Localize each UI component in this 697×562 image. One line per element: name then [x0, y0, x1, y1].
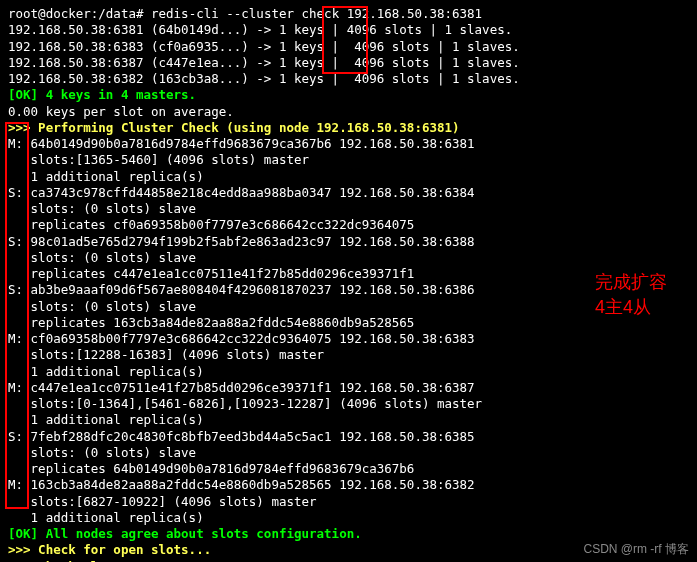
node-id-line: S: 7febf288dfc20c4830fc8bfb7eed3bd44a5c5…: [8, 429, 689, 445]
node-id-line: S: ab3be9aaaf09d6f567ae808404f4296081870…: [8, 282, 689, 298]
node-replica-line: 1 additional replica(s): [8, 412, 689, 428]
ok-keys: [OK] 4 keys in 4 masters.: [8, 87, 689, 103]
node-replica-line: replicates c447e1ea1cc07511e41f27b85dd02…: [8, 266, 689, 282]
node-replica-line: 1 additional replica(s): [8, 364, 689, 380]
node-id-line: M: 163cb3a84de82aa88a2fddc54e8860db9a528…: [8, 477, 689, 493]
node-id-line: S: 98c01ad5e765d2794f199b2f5abf2e863ad23…: [8, 234, 689, 250]
node-slots-line: slots:[0-1364],[5461-6826],[10923-12287]…: [8, 396, 689, 412]
command-line: root@docker:/data# redis-cli --cluster c…: [8, 6, 689, 22]
node-replica-line: replicates cf0a69358b00f7797e3c686642cc3…: [8, 217, 689, 233]
node-replica-line: replicates 163cb3a84de82aa88a2fddc54e886…: [8, 315, 689, 331]
watermark: CSDN @rm -rf 博客: [583, 542, 689, 558]
node-replica-line: 1 additional replica(s): [8, 510, 689, 526]
node-id-line: M: c447e1ea1cc07511e41f27b85dd0296ce3937…: [8, 380, 689, 396]
summary-row: 192.168.50.38:6381 (64b0149d...) -> 1 ke…: [8, 22, 689, 38]
node-replica-line: 1 additional replica(s): [8, 169, 689, 185]
node-slots-line: slots:[1365-5460] (4096 slots) master: [8, 152, 689, 168]
ok-agree: [OK] All nodes agree about slots configu…: [8, 526, 689, 542]
terminal-output[interactable]: root@docker:/data# redis-cli --cluster c…: [0, 0, 697, 562]
avg-line: 0.00 keys per slot on average.: [8, 104, 689, 120]
node-id-line: M: cf0a69358b00f7797e3c686642cc322dc9364…: [8, 331, 689, 347]
node-slots-line: slots: (0 slots) slave: [8, 201, 689, 217]
summary-row: 192.168.50.38:6383 (cf0a6935...) -> 1 ke…: [8, 39, 689, 55]
node-slots-line: slots: (0 slots) slave: [8, 445, 689, 461]
summary-row: 192.168.50.38:6382 (163cb3a8...) -> 1 ke…: [8, 71, 689, 87]
annotation-text: 完成扩容 4主4从: [595, 270, 667, 320]
perf-line: >>> Performing Cluster Check (using node…: [8, 120, 689, 136]
node-slots-line: slots: (0 slots) slave: [8, 250, 689, 266]
node-slots-line: slots:[12288-16383] (4096 slots) master: [8, 347, 689, 363]
node-id-line: S: ca3743c978cffd44858e218c4edd8aa988ba0…: [8, 185, 689, 201]
node-slots-line: slots: (0 slots) slave: [8, 299, 689, 315]
node-slots-line: slots:[6827-10922] (4096 slots) master: [8, 494, 689, 510]
node-id-line: M: 64b0149d90b0a7816d9784effd9683679ca36…: [8, 136, 689, 152]
summary-row: 192.168.50.38:6387 (c447e1ea...) -> 1 ke…: [8, 55, 689, 71]
node-replica-line: replicates 64b0149d90b0a7816d9784effd968…: [8, 461, 689, 477]
check-cov: >>> Check slots coverage...: [8, 559, 689, 563]
